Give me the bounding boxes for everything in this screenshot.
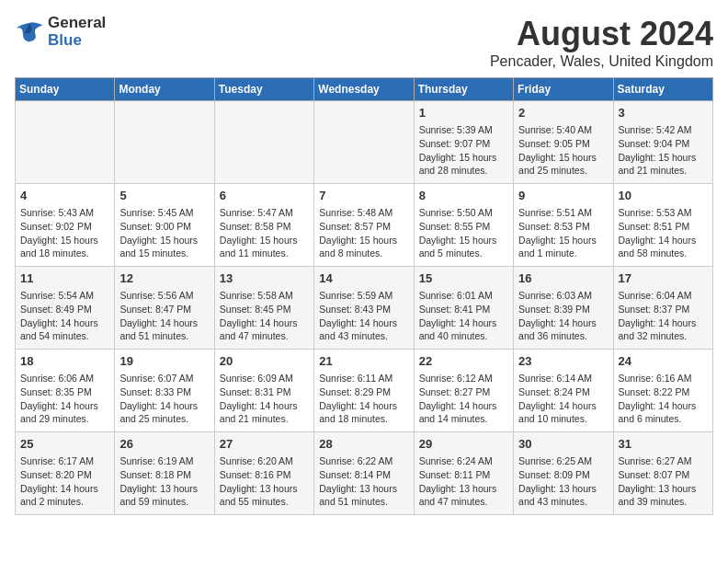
day-number: 24 (619, 353, 708, 370)
day-number: 16 (518, 270, 608, 287)
calendar-cell (16, 101, 115, 184)
calendar-cell: 30Sunrise: 6:25 AM Sunset: 8:09 PM Dayli… (514, 432, 613, 515)
cell-content: Sunrise: 6:03 AM Sunset: 8:39 PM Dayligh… (518, 289, 608, 343)
logo-icon (15, 19, 44, 45)
cell-content: Sunrise: 5:53 AM Sunset: 8:51 PM Dayligh… (619, 206, 708, 260)
calendar-cell: 2Sunrise: 5:40 AM Sunset: 9:05 PM Daylig… (514, 101, 613, 184)
calendar-table: SundayMondayTuesdayWednesdayThursdayFrid… (15, 77, 713, 515)
calendar-cell: 1Sunrise: 5:39 AM Sunset: 9:07 PM Daylig… (414, 101, 513, 184)
cell-content: Sunrise: 5:43 AM Sunset: 9:02 PM Dayligh… (20, 206, 109, 260)
day-number: 25 (20, 436, 109, 453)
cell-content: Sunrise: 5:56 AM Sunset: 8:47 PM Dayligh… (119, 289, 209, 343)
calendar-cell: 13Sunrise: 5:58 AM Sunset: 8:45 PM Dayli… (214, 267, 313, 350)
cell-content: Sunrise: 5:58 AM Sunset: 8:45 PM Dayligh… (220, 289, 309, 343)
calendar-cell: 7Sunrise: 5:48 AM Sunset: 8:57 PM Daylig… (314, 184, 414, 267)
cell-content: Sunrise: 6:01 AM Sunset: 8:41 PM Dayligh… (419, 289, 508, 343)
calendar-cell: 12Sunrise: 5:56 AM Sunset: 8:47 PM Dayli… (115, 267, 214, 350)
calendar-cell: 6Sunrise: 5:47 AM Sunset: 8:58 PM Daylig… (214, 184, 313, 267)
day-number: 23 (518, 353, 608, 370)
calendar-cell: 5Sunrise: 5:45 AM Sunset: 9:00 PM Daylig… (115, 184, 214, 267)
calendar-cell: 26Sunrise: 6:19 AM Sunset: 8:18 PM Dayli… (115, 432, 214, 515)
day-number: 30 (518, 436, 608, 453)
calendar-cell: 3Sunrise: 5:42 AM Sunset: 9:04 PM Daylig… (613, 101, 712, 184)
calendar-cell: 19Sunrise: 6:07 AM Sunset: 8:33 PM Dayli… (115, 350, 214, 432)
column-header-friday: Friday (514, 78, 613, 101)
day-number: 27 (220, 436, 309, 453)
calendar-cell (214, 101, 313, 184)
day-number: 18 (20, 353, 109, 370)
day-number: 1 (419, 105, 508, 121)
day-number: 20 (220, 353, 309, 370)
cell-content: Sunrise: 5:45 AM Sunset: 9:00 PM Dayligh… (119, 206, 209, 260)
calendar-cell: 22Sunrise: 6:12 AM Sunset: 8:27 PM Dayli… (414, 350, 513, 432)
calendar-cell: 8Sunrise: 5:50 AM Sunset: 8:55 PM Daylig… (414, 184, 513, 267)
logo-text-blue: Blue (48, 32, 106, 50)
cell-content: Sunrise: 6:06 AM Sunset: 8:35 PM Dayligh… (20, 372, 109, 426)
cell-content: Sunrise: 5:51 AM Sunset: 8:53 PM Dayligh… (518, 206, 608, 260)
day-number: 26 (119, 436, 209, 453)
calendar-week-row: 18Sunrise: 6:06 AM Sunset: 8:35 PM Dayli… (16, 350, 713, 432)
day-number: 29 (419, 436, 508, 453)
cell-content: Sunrise: 6:16 AM Sunset: 8:22 PM Dayligh… (619, 372, 708, 426)
column-header-monday: Monday (115, 78, 214, 101)
logo: General Blue (15, 15, 106, 49)
day-number: 22 (419, 353, 508, 370)
column-header-thursday: Thursday (414, 78, 513, 101)
day-number: 10 (619, 188, 708, 204)
calendar-cell: 20Sunrise: 6:09 AM Sunset: 8:31 PM Dayli… (214, 350, 313, 432)
day-number: 28 (319, 436, 408, 453)
day-number: 21 (319, 353, 408, 370)
cell-content: Sunrise: 6:24 AM Sunset: 8:11 PM Dayligh… (419, 454, 508, 509)
calendar-cell (314, 101, 414, 184)
day-number: 2 (518, 105, 608, 121)
cell-content: Sunrise: 6:07 AM Sunset: 8:33 PM Dayligh… (119, 372, 209, 426)
calendar-cell: 14Sunrise: 5:59 AM Sunset: 8:43 PM Dayli… (314, 267, 414, 350)
day-number: 9 (518, 188, 608, 204)
calendar-cell (115, 101, 214, 184)
calendar-cell: 9Sunrise: 5:51 AM Sunset: 8:53 PM Daylig… (514, 184, 613, 267)
subtitle: Pencader, Wales, United Kingdom (490, 53, 713, 70)
calendar-cell: 27Sunrise: 6:20 AM Sunset: 8:16 PM Dayli… (214, 432, 313, 515)
calendar-header-row: SundayMondayTuesdayWednesdayThursdayFrid… (16, 78, 713, 101)
calendar-cell: 21Sunrise: 6:11 AM Sunset: 8:29 PM Dayli… (314, 350, 414, 432)
cell-content: Sunrise: 6:25 AM Sunset: 8:09 PM Dayligh… (518, 454, 608, 509)
calendar-cell: 11Sunrise: 5:54 AM Sunset: 8:49 PM Dayli… (16, 267, 115, 350)
calendar-cell: 16Sunrise: 6:03 AM Sunset: 8:39 PM Dayli… (514, 267, 613, 350)
calendar-week-row: 4Sunrise: 5:43 AM Sunset: 9:02 PM Daylig… (16, 184, 713, 267)
cell-content: Sunrise: 5:40 AM Sunset: 9:05 PM Dayligh… (518, 123, 608, 178)
day-number: 14 (319, 270, 408, 287)
day-number: 17 (619, 270, 708, 287)
cell-content: Sunrise: 5:48 AM Sunset: 8:57 PM Dayligh… (319, 206, 408, 260)
cell-content: Sunrise: 5:42 AM Sunset: 9:04 PM Dayligh… (619, 123, 708, 178)
calendar-cell: 31Sunrise: 6:27 AM Sunset: 8:07 PM Dayli… (613, 432, 712, 515)
calendar-cell: 4Sunrise: 5:43 AM Sunset: 9:02 PM Daylig… (16, 184, 115, 267)
calendar-cell: 15Sunrise: 6:01 AM Sunset: 8:41 PM Dayli… (414, 267, 513, 350)
day-number: 11 (20, 270, 109, 287)
calendar-cell: 10Sunrise: 5:53 AM Sunset: 8:51 PM Dayli… (613, 184, 712, 267)
column-header-saturday: Saturday (613, 78, 712, 101)
calendar-cell: 29Sunrise: 6:24 AM Sunset: 8:11 PM Dayli… (414, 432, 513, 515)
cell-content: Sunrise: 6:12 AM Sunset: 8:27 PM Dayligh… (419, 372, 508, 426)
logo-text-general: General (48, 15, 106, 32)
calendar-cell: 17Sunrise: 6:04 AM Sunset: 8:37 PM Dayli… (613, 267, 712, 350)
day-number: 7 (319, 188, 408, 204)
cell-content: Sunrise: 5:47 AM Sunset: 8:58 PM Dayligh… (220, 206, 309, 260)
cell-content: Sunrise: 6:19 AM Sunset: 8:18 PM Dayligh… (119, 454, 209, 509)
cell-content: Sunrise: 6:22 AM Sunset: 8:14 PM Dayligh… (319, 454, 408, 509)
day-number: 31 (619, 436, 708, 453)
cell-content: Sunrise: 6:04 AM Sunset: 8:37 PM Dayligh… (619, 289, 708, 343)
title-block: August 2024 Pencader, Wales, United King… (490, 15, 713, 70)
calendar-cell: 18Sunrise: 6:06 AM Sunset: 8:35 PM Dayli… (16, 350, 115, 432)
cell-content: Sunrise: 6:14 AM Sunset: 8:24 PM Dayligh… (518, 372, 608, 426)
calendar-cell: 23Sunrise: 6:14 AM Sunset: 8:24 PM Dayli… (514, 350, 613, 432)
day-number: 19 (119, 353, 209, 370)
cell-content: Sunrise: 5:50 AM Sunset: 8:55 PM Dayligh… (419, 206, 508, 260)
cell-content: Sunrise: 6:17 AM Sunset: 8:20 PM Dayligh… (20, 454, 109, 509)
day-number: 8 (419, 188, 508, 204)
cell-content: Sunrise: 6:20 AM Sunset: 8:16 PM Dayligh… (220, 454, 309, 509)
cell-content: Sunrise: 5:54 AM Sunset: 8:49 PM Dayligh… (20, 289, 109, 343)
column-header-tuesday: Tuesday (214, 78, 313, 101)
cell-content: Sunrise: 6:09 AM Sunset: 8:31 PM Dayligh… (220, 372, 309, 426)
day-number: 5 (119, 188, 209, 204)
column-header-wednesday: Wednesday (314, 78, 414, 101)
